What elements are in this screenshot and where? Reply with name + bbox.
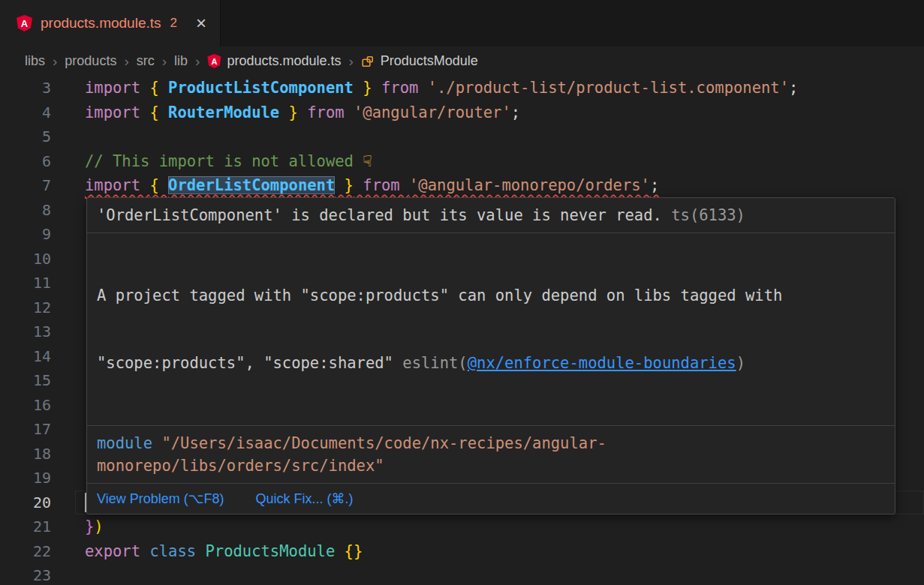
code-content — [75, 124, 924, 149]
close-icon[interactable]: × — [196, 14, 206, 32]
tab-label: products.module.ts — [41, 15, 161, 32]
code-line-5[interactable]: 5 — [0, 124, 924, 149]
line-number[interactable]: 4 — [0, 100, 75, 125]
code-line-22[interactable]: 22export class ProductsModule {} — [0, 539, 924, 564]
line-number[interactable]: 22 — [0, 539, 75, 564]
line-number[interactable]: 19 — [0, 466, 75, 490]
line-number[interactable]: 6 — [0, 149, 75, 174]
code-token: { — [149, 104, 168, 122]
eslint-source-prefix: eslint( — [402, 354, 467, 372]
view-problem-action[interactable]: View Problem (⌥F8) — [97, 489, 224, 508]
code-token: import — [85, 104, 149, 122]
vscode-window: { "tab": { "title": "products.module.ts"… — [0, 0, 924, 585]
chevron-right-icon: › — [195, 53, 200, 70]
code-line-23[interactable]: 23 — [0, 563, 924, 585]
code-token: } — [85, 518, 94, 536]
eslint-message-text: "scope:products", "scope:shared" — [97, 354, 402, 372]
code-token: from — [372, 79, 428, 97]
line-number[interactable]: 5 — [0, 124, 75, 149]
code-token: import — [85, 79, 149, 97]
line-number[interactable]: 21 — [0, 514, 75, 539]
line-number[interactable]: 18 — [0, 442, 75, 466]
code-line-21[interactable]: 21}) — [0, 514, 924, 539]
line-number[interactable]: 11 — [0, 271, 75, 296]
chevron-right-icon: › — [162, 53, 167, 70]
code-token: { — [149, 79, 168, 97]
breadcrumb-label: src — [137, 53, 155, 69]
line-number[interactable]: 23 — [0, 563, 75, 585]
code-content: import { RouterModule } from '@angular/r… — [75, 100, 924, 125]
breadcrumb-label: products.module.ts — [227, 53, 341, 69]
breadcrumb: libs›products›src›lib›Aproducts.module.t… — [0, 46, 924, 76]
breadcrumb-label: products — [65, 53, 116, 69]
chevron-right-icon: › — [53, 53, 57, 70]
problems-count-badge: 2 — [170, 16, 177, 31]
diagnostics-hover-tooltip: 'OrderListComponent' is declared but its… — [86, 197, 895, 514]
code-token: from — [298, 104, 354, 122]
code-token: ☟ — [363, 152, 372, 170]
code-token: ProductListComponent — [168, 79, 354, 97]
code-token: } — [335, 176, 354, 194]
breadcrumb-item-libs[interactable]: libs — [25, 53, 45, 69]
quick-fix-action[interactable]: Quick Fix... (⌘.) — [255, 489, 353, 508]
line-number[interactable]: 17 — [0, 417, 75, 442]
line-number[interactable]: 3 — [0, 76, 75, 100]
line-number[interactable]: 12 — [0, 296, 75, 320]
breadcrumb-item-src[interactable]: src — [137, 53, 155, 69]
chevron-right-icon: › — [124, 53, 128, 70]
code-token: ; — [511, 104, 520, 122]
breadcrumb-item-productsmodule[interactable]: ProductsModule — [361, 53, 478, 69]
line-number[interactable]: 14 — [0, 344, 75, 369]
breadcrumb-item-products-module-ts[interactable]: Aproducts.module.ts — [207, 53, 341, 69]
code-line-7[interactable]: 7import { OrderListComponent } from '@an… — [0, 173, 924, 198]
line-number[interactable]: 13 — [0, 320, 75, 344]
diagnostic-text: 'OrderListComponent' is declared but its… — [97, 206, 662, 224]
ts-diagnostic-message: 'OrderListComponent' is declared but its… — [87, 198, 895, 233]
line-number[interactable]: 20 — [0, 490, 75, 515]
code-token: RouterModule — [168, 104, 279, 122]
eslint-message-line1: A project tagged with "scope:products" c… — [97, 284, 885, 307]
eslint-source-suffix: ) — [736, 354, 745, 372]
editor[interactable]: 3import { ProductListComponent } from '.… — [0, 76, 924, 585]
breadcrumb-label: libs — [25, 53, 45, 69]
code-content: import { ProductListComponent } from './… — [75, 76, 924, 100]
code-line-4[interactable]: 4import { RouterModule } from '@angular/… — [0, 100, 924, 125]
line-number[interactable]: 16 — [0, 393, 75, 418]
module-path-info: module "/Users/isaac/Documents/code/nx-r… — [87, 426, 895, 484]
line-number[interactable]: 10 — [0, 247, 75, 272]
class-symbol-icon — [361, 55, 375, 68]
code-token: '@angular/router' — [354, 104, 511, 122]
highlighted-token: OrderListComponent — [168, 176, 335, 194]
angular-icon: A — [17, 15, 32, 32]
chevron-right-icon: › — [348, 53, 353, 70]
code-token: class — [149, 542, 205, 560]
code-token: { — [149, 176, 168, 194]
code-content: import { OrderListComponent } from '@ang… — [75, 173, 924, 198]
code-token: export — [85, 542, 149, 560]
code-line-6[interactable]: 6// This import is not allowed ☟ — [0, 149, 924, 174]
code-token: {} — [345, 542, 363, 560]
module-path-line1: "/Users/isaac/Documents/code/nx-recipes/… — [161, 434, 606, 452]
tab-products-module-ts[interactable]: A products.module.ts 2 × — [0, 0, 221, 46]
code-content — [75, 563, 924, 585]
eslint-message-line2: "scope:products", "scope:shared" eslint(… — [97, 352, 885, 374]
line-number[interactable]: 9 — [0, 222, 75, 247]
line-number[interactable]: 15 — [0, 368, 75, 393]
code-token: import — [85, 176, 149, 194]
eslint-rule-link[interactable]: @nx/enforce-module-boundaries — [468, 354, 736, 372]
module-keyword: module — [97, 434, 161, 452]
breadcrumb-item-products[interactable]: products — [65, 53, 116, 69]
line-number[interactable]: 8 — [0, 198, 75, 223]
code-token: ; — [650, 176, 659, 194]
tab-bar: A products.module.ts 2 × — [0, 0, 924, 46]
code-content: // This import is not allowed ☟ — [75, 149, 924, 174]
breadcrumb-item-lib[interactable]: lib — [174, 53, 188, 69]
breadcrumb-label: ProductsModule — [381, 53, 478, 69]
code-token: '@angular-monorepo/orders' — [409, 176, 650, 194]
code-content: }) — [75, 514, 924, 539]
line-number[interactable]: 7 — [0, 173, 75, 198]
code-token: from — [354, 176, 409, 194]
angular-icon: A — [207, 54, 221, 68]
breadcrumb-label: lib — [174, 53, 188, 69]
code-line-3[interactable]: 3import { ProductListComponent } from '.… — [0, 76, 924, 100]
